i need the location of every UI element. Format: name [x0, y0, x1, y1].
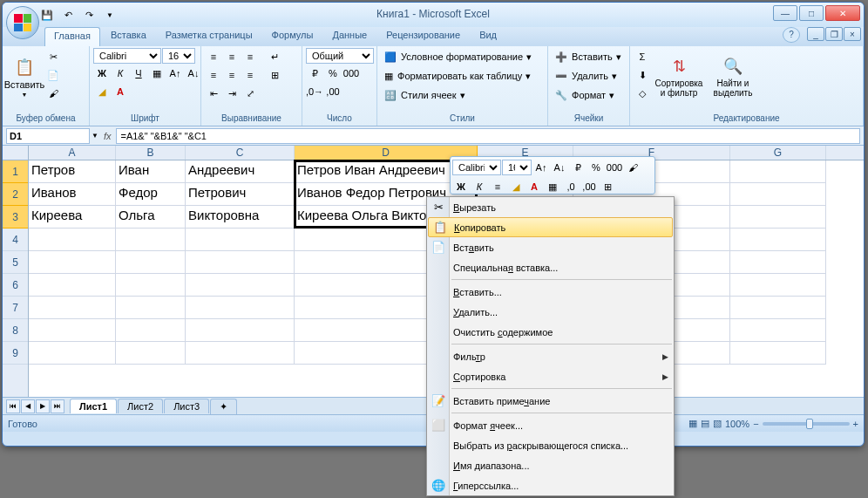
- tab-review[interactable]: Рецензирование: [377, 27, 469, 46]
- dec-decimal[interactable]: ,00: [324, 83, 342, 100]
- font-color-button[interactable]: A: [112, 83, 129, 100]
- cell[interactable]: Иван: [116, 160, 186, 183]
- sheet-tab-1[interactable]: Лист1: [70, 399, 117, 413]
- cell[interactable]: [29, 297, 116, 319]
- cell[interactable]: [186, 251, 295, 274]
- fill-button[interactable]: ⬇: [634, 66, 651, 84]
- minimize-button[interactable]: —: [773, 5, 797, 21]
- cell[interactable]: [116, 342, 186, 365]
- fill-color-button[interactable]: ◢: [93, 83, 111, 100]
- italic-button[interactable]: К: [112, 65, 129, 82]
- mini-inc-dec[interactable]: ,0: [562, 178, 580, 195]
- insert-cells-button[interactable]: ➕ Вставить ▾: [552, 48, 625, 65]
- sheet-next[interactable]: ▶: [36, 399, 50, 413]
- row-header-5[interactable]: 5: [3, 251, 28, 274]
- cell[interactable]: [730, 319, 826, 342]
- border-button[interactable]: ▦: [148, 65, 166, 82]
- cell[interactable]: [186, 297, 295, 319]
- context-item[interactable]: Имя диапазона...: [427, 455, 674, 475]
- col-header-G[interactable]: G: [730, 146, 826, 160]
- cell[interactable]: [29, 319, 116, 342]
- mini-italic[interactable]: К: [471, 178, 488, 195]
- undo-button[interactable]: ↶: [58, 5, 78, 24]
- mini-fill-color[interactable]: ◢: [507, 178, 525, 195]
- cell[interactable]: [29, 274, 116, 297]
- context-item[interactable]: Фильтр▶: [427, 346, 674, 366]
- indent-inc[interactable]: ⇥: [223, 85, 241, 102]
- sort-filter-button[interactable]: ⇅ Сортировка и фильтр: [653, 48, 705, 106]
- formula-input[interactable]: =A1&" "&B1&" "&C1: [116, 128, 860, 144]
- underline-button[interactable]: Ч: [130, 65, 147, 82]
- align-bottom[interactable]: ≡: [241, 48, 259, 65]
- align-center[interactable]: ≡: [223, 66, 241, 84]
- row-header-6[interactable]: 6: [3, 274, 28, 297]
- maximize-button[interactable]: □: [799, 5, 824, 21]
- shrink-font-button[interactable]: A↓: [185, 65, 202, 82]
- tab-home[interactable]: Главная: [44, 27, 100, 46]
- context-item[interactable]: Сортировка▶: [427, 366, 674, 386]
- cond-format-button[interactable]: 🟦 Условное форматирование ▾: [381, 48, 535, 65]
- align-middle[interactable]: ≡: [223, 48, 241, 65]
- context-item[interactable]: Специальная вставка...: [427, 257, 674, 277]
- select-all-corner[interactable]: [3, 146, 28, 160]
- delete-cells-button[interactable]: ➖ Удалить ▾: [552, 67, 620, 85]
- cell[interactable]: [730, 183, 826, 206]
- cell[interactable]: [116, 251, 186, 274]
- tab-data[interactable]: Данные: [323, 27, 376, 46]
- number-format-select[interactable]: Общий: [306, 48, 374, 64]
- row-header-8[interactable]: 8: [3, 319, 28, 342]
- find-select-button[interactable]: 🔍 Найти и выделить: [707, 48, 759, 106]
- indent-dec[interactable]: ⇤: [205, 85, 222, 102]
- cell[interactable]: Викторовна: [186, 206, 295, 229]
- new-sheet-button[interactable]: ✦: [210, 399, 237, 414]
- row-header-1[interactable]: 1: [3, 160, 28, 183]
- office-button[interactable]: [6, 6, 39, 39]
- help-button[interactable]: ?: [783, 27, 800, 43]
- fx-button[interactable]: fx: [104, 131, 112, 141]
- cell[interactable]: Киреева: [29, 206, 116, 229]
- row-header-9[interactable]: 9: [3, 342, 28, 365]
- cell[interactable]: [730, 251, 826, 274]
- wrap-text[interactable]: ↵: [266, 48, 283, 65]
- cell[interactable]: [29, 229, 116, 251]
- grow-font-button[interactable]: A↑: [166, 65, 184, 82]
- mini-brush[interactable]: 🖌: [624, 159, 641, 176]
- mini-currency[interactable]: ₽: [569, 159, 587, 176]
- mini-font-color[interactable]: A: [526, 178, 543, 195]
- table-format-button[interactable]: ▦ Форматировать как таблицу ▾: [381, 67, 534, 85]
- zoom-thumb[interactable]: [806, 419, 813, 429]
- zoom-level[interactable]: 100%: [725, 419, 749, 429]
- cell[interactable]: Федор: [116, 183, 186, 206]
- cell[interactable]: Андреевич: [186, 160, 295, 183]
- tab-pagelayout[interactable]: Разметка страницы: [157, 27, 261, 46]
- cell[interactable]: [116, 297, 186, 319]
- format-cells-button[interactable]: 🔧 Формат ▾: [552, 86, 618, 104]
- cell[interactable]: Петров: [29, 160, 116, 183]
- mini-size-select[interactable]: 16: [502, 160, 532, 175]
- cell[interactable]: [186, 319, 295, 342]
- row-header-7[interactable]: 7: [3, 297, 28, 319]
- sheet-prev[interactable]: ◀: [21, 399, 35, 413]
- mdi-restore[interactable]: ❐: [825, 27, 843, 41]
- align-right[interactable]: ≡: [241, 66, 259, 84]
- currency-button[interactable]: ₽: [306, 65, 323, 82]
- redo-button[interactable]: ↷: [79, 5, 98, 24]
- cell[interactable]: [29, 342, 116, 365]
- name-box[interactable]: D1: [6, 128, 90, 144]
- sheet-tab-2[interactable]: Лист2: [118, 399, 163, 413]
- font-name-select[interactable]: Calibri: [93, 48, 161, 64]
- mini-align-center[interactable]: ≡: [489, 178, 506, 195]
- cell[interactable]: [730, 274, 826, 297]
- sheet-tab-3[interactable]: Лист3: [164, 399, 209, 413]
- mini-comma[interactable]: 000: [606, 159, 623, 176]
- cell[interactable]: [116, 319, 186, 342]
- cell[interactable]: [29, 251, 116, 274]
- context-item[interactable]: 📝Вставить примечание: [427, 391, 674, 411]
- context-item[interactable]: ⬜Формат ячеек...: [427, 415, 674, 435]
- row-header-2[interactable]: 2: [3, 183, 28, 206]
- copy-button[interactable]: 📄: [44, 66, 62, 84]
- zoom-out-button[interactable]: −: [753, 419, 758, 429]
- tab-view[interactable]: Вид: [471, 27, 505, 46]
- col-header-A[interactable]: A: [29, 146, 116, 160]
- cell[interactable]: [730, 229, 826, 251]
